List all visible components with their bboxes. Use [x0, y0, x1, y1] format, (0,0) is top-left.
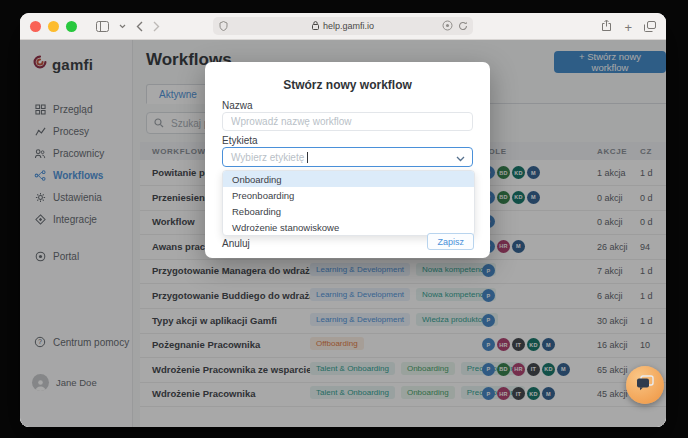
forward-button-icon[interactable]	[153, 21, 160, 32]
dropdown-option[interactable]: Onboarding	[223, 171, 474, 187]
etykieta-select[interactable]: Wybierz etykietę	[222, 147, 473, 167]
page-settings-icon[interactable]	[219, 21, 228, 33]
dropdown-option[interactable]: Reboarding	[223, 203, 474, 219]
modal-title: Stwórz nowy workflow	[205, 78, 490, 92]
browser-window: help.gamfi.io +	[20, 13, 666, 427]
etykieta-placeholder: Wybierz etykietę	[231, 152, 304, 163]
cancel-button[interactable]: Anuluj	[222, 238, 250, 249]
screenshot-stage: help.gamfi.io +	[0, 0, 688, 438]
new-tab-icon[interactable]: +	[624, 21, 632, 34]
tabs-overview-icon[interactable]	[644, 18, 656, 36]
close-window-button[interactable]	[30, 21, 41, 32]
etykieta-dropdown: OnboardingPreonboardingReboardingWdrożen…	[222, 170, 475, 236]
share-icon[interactable]	[601, 18, 612, 36]
url-text: help.gamfi.io	[323, 21, 374, 31]
browser-chrome: help.gamfi.io +	[20, 13, 666, 40]
text-cursor	[307, 152, 308, 163]
zoom-window-button[interactable]	[66, 21, 77, 32]
traffic-lights	[30, 21, 77, 32]
chevron-down-icon[interactable]	[456, 153, 465, 164]
workflow-name-input[interactable]	[222, 112, 473, 131]
app-viewport: gamfi PrzeglądProcesyPracownicyWorkflows…	[20, 40, 666, 427]
chat-icon	[636, 375, 654, 395]
chevron-down-icon[interactable]	[119, 24, 126, 29]
privacy-badge-icon[interactable]	[442, 20, 453, 33]
lock-icon	[312, 21, 319, 32]
back-button-icon[interactable]	[136, 21, 143, 32]
reload-icon[interactable]	[458, 21, 468, 33]
etykieta-field-label: Etykieta	[222, 135, 258, 146]
address-bar[interactable]: help.gamfi.io	[213, 17, 473, 35]
minimize-window-button[interactable]	[48, 21, 59, 32]
sidebar-toggle-icon[interactable]	[96, 21, 109, 32]
save-button[interactable]: Zapisz	[427, 233, 474, 250]
name-field-label: Nazwa	[222, 100, 253, 111]
chat-launcher-button[interactable]	[626, 366, 664, 404]
create-workflow-modal: Stwórz nowy workflow Nazwa Etykieta Wybi…	[205, 62, 490, 258]
dropdown-option[interactable]: Preonboarding	[223, 187, 474, 203]
